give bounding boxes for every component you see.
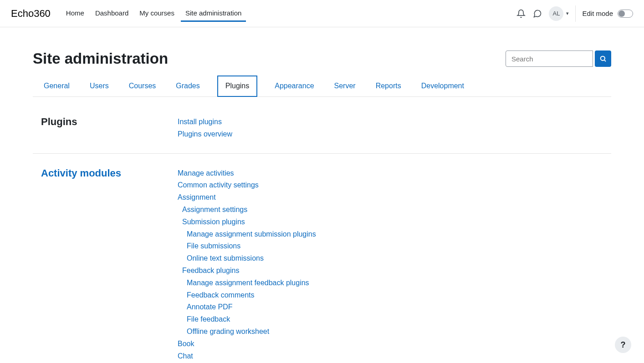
- admin-tabs: General Users Courses Grades Plugins App…: [33, 76, 611, 97]
- edit-mode-toggle[interactable]: [618, 10, 633, 18]
- link-common-activity-settings[interactable]: Common activity settings: [178, 179, 611, 192]
- chevron-down-icon: ▾: [566, 10, 569, 16]
- link-plugins-overview[interactable]: Plugins overview: [178, 128, 611, 141]
- tab-appearance[interactable]: Appearance: [272, 76, 317, 96]
- svg-line-1: [604, 60, 606, 61]
- svg-point-0: [601, 56, 605, 60]
- link-assignment[interactable]: Assignment: [178, 192, 611, 204]
- tab-general[interactable]: General: [41, 76, 72, 96]
- top-navbar: Echo360 Home Dashboard My courses Site a…: [0, 0, 644, 27]
- nav-my-courses[interactable]: My courses: [135, 5, 179, 22]
- page-header: Site administration: [33, 50, 611, 67]
- link-manage-submission-plugins[interactable]: Manage assignment submission plugins: [178, 228, 611, 241]
- link-feedback-comments[interactable]: Feedback comments: [178, 289, 611, 302]
- help-button[interactable]: ?: [615, 337, 631, 353]
- link-install-plugins[interactable]: Install plugins: [178, 116, 611, 128]
- link-online-text-submissions[interactable]: Online text submissions: [178, 252, 611, 265]
- section-plugins: Plugins Install plugins Plugins overview: [33, 111, 611, 154]
- tab-development[interactable]: Development: [419, 76, 467, 96]
- link-assignment-settings[interactable]: Assignment settings: [178, 204, 611, 216]
- link-file-submissions[interactable]: File submissions: [178, 240, 611, 252]
- tab-reports[interactable]: Reports: [373, 76, 404, 96]
- nav-site-administration[interactable]: Site administration: [181, 5, 246, 22]
- main-content-scroll[interactable]: Site administration General Users Course…: [0, 27, 644, 363]
- link-feedback-plugins[interactable]: Feedback plugins: [178, 265, 611, 277]
- search-input[interactable]: [506, 50, 593, 67]
- toggle-knob: [618, 10, 625, 17]
- section-links: Install plugins Plugins overview: [178, 116, 611, 141]
- link-annotate-pdf[interactable]: Annotate PDF: [178, 301, 611, 313]
- edit-mode-toggle-group: Edit mode: [582, 10, 633, 18]
- link-offline-grading[interactable]: Offline grading worksheet: [178, 326, 611, 338]
- link-manage-feedback-plugins[interactable]: Manage assignment feedback plugins: [178, 277, 611, 289]
- tab-plugins[interactable]: Plugins: [217, 76, 257, 97]
- section-links: Manage activities Common activity settin…: [178, 167, 611, 363]
- page-title: Site administration: [33, 50, 168, 67]
- search-form: [506, 50, 611, 67]
- tab-users[interactable]: Users: [87, 76, 112, 96]
- search-button[interactable]: [595, 50, 611, 67]
- link-submission-plugins[interactable]: Submission plugins: [178, 216, 611, 228]
- nav-dashboard[interactable]: Dashboard: [91, 5, 133, 22]
- section-activity-modules: Activity modules Manage activities Commo…: [33, 162, 611, 363]
- section-title-plugins: Plugins: [33, 116, 178, 141]
- avatar: AL: [549, 6, 563, 21]
- tab-server[interactable]: Server: [332, 76, 358, 96]
- brand-logo[interactable]: Echo360: [11, 8, 51, 20]
- link-book[interactable]: Book: [178, 338, 611, 350]
- link-manage-activities[interactable]: Manage activities: [178, 167, 611, 180]
- messages-icon[interactable]: [532, 9, 542, 19]
- topnav-right: AL ▾ Edit mode: [516, 5, 633, 22]
- link-chat[interactable]: Chat: [178, 350, 611, 363]
- nav-home[interactable]: Home: [61, 5, 89, 22]
- nav-links: Home Dashboard My courses Site administr…: [61, 5, 246, 22]
- user-menu[interactable]: AL ▾: [549, 6, 569, 21]
- settings-content: Plugins Install plugins Plugins overview…: [33, 111, 611, 363]
- section-title-activity-modules[interactable]: Activity modules: [33, 167, 178, 363]
- search-icon: [599, 55, 607, 62]
- link-file-feedback[interactable]: File feedback: [178, 313, 611, 326]
- notifications-icon[interactable]: [516, 9, 526, 19]
- divider: [575, 5, 576, 22]
- tab-courses[interactable]: Courses: [126, 76, 159, 96]
- tab-grades[interactable]: Grades: [173, 76, 202, 96]
- edit-mode-label: Edit mode: [582, 10, 613, 17]
